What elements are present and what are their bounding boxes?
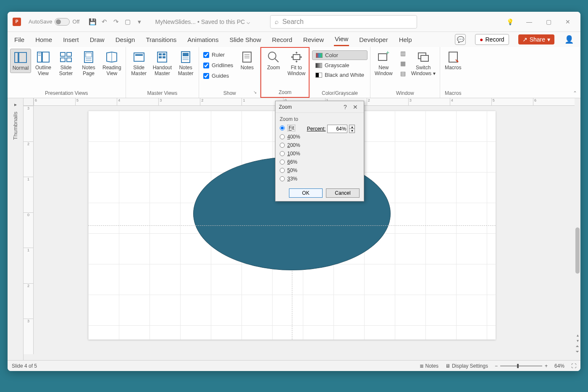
collapse-ribbon-icon[interactable]: ⌃ [573, 90, 577, 96]
tab-design[interactable]: Design [115, 34, 136, 46]
autosave-toggle[interactable]: AutoSave Off [29, 18, 79, 26]
slide-master-icon [132, 50, 146, 64]
handout-master-button[interactable]: Handout Master [151, 49, 173, 78]
tab-file[interactable]: File [13, 34, 25, 46]
slide-sorter-button[interactable]: Slide Sorter [55, 49, 76, 78]
outline-view-button[interactable]: Outline View [33, 49, 54, 78]
tab-developer[interactable]: Developer [358, 34, 388, 46]
display-settings-button[interactable]: 🖥 Display Settings [445, 363, 488, 369]
zoom-percent[interactable]: 64% [554, 363, 564, 369]
notes-master-button[interactable]: Notes Master [175, 49, 196, 78]
group-label-macros: Macros [443, 89, 464, 98]
notes-button[interactable]: Notes [236, 49, 257, 72]
slide-sorter-icon [59, 50, 73, 64]
fit-to-window-icon [290, 50, 303, 64]
cancel-button[interactable]: Cancel [326, 188, 360, 198]
tab-home[interactable]: Home [34, 34, 53, 46]
tab-review[interactable]: Review [302, 34, 325, 46]
percent-input[interactable] [327, 125, 347, 133]
notes-page-button[interactable]: Notes Page [78, 49, 99, 78]
qat-more-icon[interactable]: ▾ [136, 18, 143, 26]
comments-button[interactable]: 💬 [455, 34, 466, 45]
present-icon[interactable]: ▢ [124, 18, 131, 26]
record-button[interactable]: Record [475, 34, 509, 45]
zoom-100-radio[interactable]: 100% [280, 151, 300, 157]
tab-slideshow[interactable]: Slide Show [228, 34, 262, 46]
guides-checkbox[interactable]: Guides [202, 71, 235, 80]
gridlines-checkbox[interactable]: Gridlines [202, 61, 235, 70]
zoom-66-radio[interactable]: 66% [280, 159, 300, 165]
ruler-checkbox[interactable]: Ruler [202, 50, 235, 59]
switch-windows-button[interactable]: Switch Windows ▾ [410, 49, 437, 78]
group-zoom: Zoom Fit to Window Zoom [260, 47, 310, 98]
zoom-50-radio[interactable]: 50% [280, 167, 300, 173]
slider-track[interactable] [500, 366, 542, 366]
zoom-slider[interactable]: − + [495, 363, 548, 369]
svg-rect-7 [67, 52, 71, 56]
dialog-titlebar[interactable]: Zoom ? ✕ [276, 101, 364, 113]
color-mode-button[interactable]: Color [312, 50, 368, 60]
group-master-views: Slide Master Handout Master Notes Master… [126, 47, 199, 98]
tab-view[interactable]: View [334, 33, 349, 46]
arrange-all-icon[interactable]: ▥ [399, 49, 408, 58]
thumbnails-panel[interactable]: ▸ Thumbnails [8, 98, 24, 360]
next-slide-icon[interactable]: ⏷ [575, 349, 580, 354]
ok-button[interactable]: OK [289, 188, 323, 198]
notes-toggle[interactable]: ≣ Notes [420, 363, 438, 369]
tab-help[interactable]: Help [398, 34, 413, 46]
tab-draw[interactable]: Draw [89, 34, 105, 46]
zoom-33-radio[interactable]: 33% [280, 176, 300, 182]
bw-mode-button[interactable]: Black and White [312, 71, 368, 79]
reading-view-button[interactable]: Reading View [101, 49, 123, 78]
dialog-help-icon[interactable]: ? [340, 104, 350, 110]
svg-rect-16 [135, 54, 143, 56]
notes-master-icon [179, 50, 192, 64]
document-title[interactable]: MyNewSlides... • Saved to this PC ⌵ [155, 18, 250, 25]
zoom-400-radio[interactable]: 400% [280, 134, 300, 140]
undo-icon[interactable]: ↶ [100, 18, 108, 26]
tab-animations[interactable]: Animations [186, 34, 219, 46]
share-button[interactable]: ↗ Share ▾ [518, 34, 554, 44]
grayscale-mode-button[interactable]: Grayscale [312, 61, 368, 70]
zoom-button[interactable]: Zoom [263, 49, 284, 72]
toggle-switch[interactable] [55, 18, 70, 26]
macros-button[interactable]: Macros [443, 49, 464, 72]
reading-view-icon [105, 50, 118, 64]
percent-spinner[interactable]: ▲▼ [349, 125, 355, 133]
zoom-fit-radio[interactable]: Fit [280, 125, 300, 131]
slide-master-button[interactable]: Slide Master [129, 49, 150, 78]
zoom-200-radio[interactable]: 200% [280, 142, 300, 148]
search-input[interactable]: ⌕ Search [270, 15, 417, 29]
group-label-master-views: Master Views [129, 89, 196, 98]
move-split-icon[interactable]: ▤ [399, 69, 408, 78]
hint-icon[interactable]: 💡 [504, 16, 516, 28]
zoom-out-icon[interactable]: − [495, 363, 498, 369]
fit-screen-icon[interactable]: ⛶ [571, 363, 576, 369]
show-launcher-icon[interactable]: ↘ [253, 90, 257, 94]
redo-icon[interactable]: ↷ [112, 18, 120, 26]
tab-transitions[interactable]: Transitions [145, 34, 177, 46]
maximize-button[interactable]: ▢ [543, 16, 554, 28]
spinner-up-icon: ▲ [349, 125, 354, 129]
vertical-scrollbar[interactable]: ▴ ▾ ⏶ ⏷ [575, 106, 580, 354]
scroll-up-icon[interactable]: ▴ [575, 332, 580, 338]
normal-view-button[interactable]: Normal [10, 49, 31, 73]
dialog-close-icon[interactable]: ✕ [350, 104, 360, 110]
tab-insert[interactable]: Insert [62, 34, 80, 46]
cascade-icon[interactable]: ▦ [399, 59, 408, 68]
zoom-in-icon[interactable]: + [545, 363, 548, 369]
scroll-down-icon[interactable]: ▾ [575, 338, 580, 343]
outline-view-icon [37, 50, 50, 64]
close-button[interactable]: ✕ [562, 16, 574, 28]
new-window-button[interactable]: + New Window [373, 49, 394, 78]
slide-indicator[interactable]: Slide 4 of 5 [12, 363, 37, 369]
scrollbar-thumb[interactable] [575, 227, 580, 274]
prev-slide-icon[interactable]: ⏶ [575, 343, 580, 349]
expand-thumbnails-icon[interactable]: ▸ [14, 102, 17, 107]
save-icon[interactable]: 💾 [89, 18, 96, 26]
tab-record[interactable]: Record [271, 34, 293, 46]
group-window: + New Window ▥ ▦ ▤ Switch Windows ▾ Wind… [370, 47, 440, 98]
minimize-button[interactable]: — [523, 16, 535, 28]
fit-to-window-button[interactable]: Fit to Window [286, 49, 307, 78]
account-icon[interactable]: 👤 [564, 34, 575, 45]
